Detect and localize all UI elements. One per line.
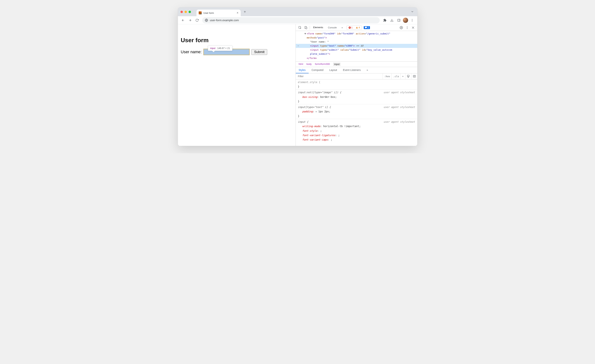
favicon-icon — [199, 11, 202, 14]
tab-computed[interactable]: Computed — [309, 67, 326, 73]
inspect-tooltip: input 146.67 × 21 — [208, 45, 232, 51]
dom-line[interactable]: plete_submit"> — [296, 52, 417, 56]
css-rule[interactable]: element.style { } — [296, 79, 417, 90]
svg-rect-12 — [306, 27, 307, 29]
browser-tab[interactable]: User form × — [197, 10, 241, 16]
window-controls — [180, 11, 191, 13]
device-toolbar-icon[interactable] — [303, 25, 309, 30]
globe-icon — [205, 19, 208, 22]
dom-line[interactable]: </form> — [296, 56, 417, 60]
titlebar: User form × + — [178, 7, 417, 16]
svg-point-17 — [407, 26, 407, 27]
dom-text-node[interactable]: "User name: " — [296, 40, 417, 44]
styles-tabbar: Styles Computed Layout Event Listeners » — [296, 67, 417, 73]
dom-breadcrumb: html body form#form300 input — [296, 62, 417, 67]
breadcrumb-item[interactable]: html — [299, 63, 303, 66]
svg-point-8 — [412, 20, 412, 21]
browser-window: User form × + user-form.example.com — [178, 7, 417, 146]
error-count: 1 — [347, 26, 354, 29]
styles-toolbar: :hov .cls + — [296, 73, 417, 79]
toggle-sidebar-icon[interactable] — [411, 73, 417, 79]
tabs-dropdown-icon[interactable] — [411, 10, 414, 14]
forward-button[interactable] — [187, 17, 193, 23]
content-area: User form User name: Submit input 146.67… — [178, 24, 417, 146]
svg-point-16 — [401, 27, 402, 28]
profile-avatar[interactable] — [403, 18, 408, 23]
inspect-element-icon[interactable] — [297, 25, 303, 30]
dom-line[interactable]: method="post"> — [296, 36, 417, 40]
svg-rect-15 — [357, 28, 357, 28]
maximize-window-button[interactable] — [189, 11, 191, 13]
rule-origin: user agent stylesheet — [384, 90, 415, 94]
extensions-icon[interactable] — [382, 17, 388, 23]
address-bar[interactable]: user-form.example.com — [202, 17, 380, 23]
downloads-icon[interactable] — [389, 17, 395, 23]
svg-point-7 — [412, 19, 412, 20]
dom-line[interactable]: <input type="submit" value="Submit" id="… — [296, 48, 417, 52]
issue-counts[interactable]: 1 4 — [347, 26, 362, 30]
rule-origin: user agent stylesheet — [384, 105, 415, 109]
devtools-panel: Elements Console » 1 4 2 — [296, 24, 417, 146]
svg-point-19 — [407, 28, 407, 29]
tooltip-dimensions: 146.67 × 21 — [217, 47, 230, 50]
css-rules: element.style { } user agent stylesheet … — [296, 79, 417, 146]
browser-menu-icon[interactable] — [409, 17, 415, 23]
devtools-menu-icon[interactable] — [404, 25, 410, 30]
devtools-tabbar: Elements Console » 1 4 2 — [296, 24, 417, 31]
tab-console[interactable]: Console — [326, 24, 339, 31]
new-tab-button[interactable]: + — [242, 9, 248, 14]
submit-button[interactable]: Submit — [251, 49, 267, 55]
rendered-page: User form User name: Submit input 146.67… — [178, 24, 296, 146]
css-rule[interactable]: user agent stylesheet input { writing-mo… — [296, 119, 417, 143]
svg-point-18 — [407, 27, 407, 28]
url-text: user-form.example.com — [210, 19, 239, 22]
breadcrumb-item[interactable]: form#form300 — [315, 63, 330, 66]
tab-more[interactable]: » — [339, 24, 345, 31]
user-form-row: User name: Submit — [181, 49, 293, 55]
dom-selected-node[interactable]: <input type="text" name="n300"> == $0 — [296, 44, 417, 48]
svg-rect-5 — [397, 19, 400, 21]
dom-line[interactable]: ▼<form name="form300" id="form300" actio… — [296, 32, 417, 36]
devtools-close-icon[interactable] — [410, 25, 416, 30]
back-button[interactable] — [180, 17, 186, 23]
tab-elements[interactable]: Elements — [311, 24, 326, 31]
rule-origin: user agent stylesheet — [384, 120, 415, 124]
breadcrumb-item[interactable]: body — [306, 63, 312, 66]
tab-styles-more[interactable]: » — [364, 67, 371, 73]
reload-button[interactable] — [194, 17, 200, 23]
minimize-window-button[interactable] — [184, 11, 187, 13]
close-window-button[interactable] — [180, 11, 183, 13]
svg-rect-22 — [407, 75, 409, 77]
tab-title: User form — [204, 12, 214, 14]
close-tab-icon[interactable]: × — [237, 11, 238, 14]
cls-toggle[interactable]: .cls — [391, 73, 400, 79]
breadcrumb-item-selected[interactable]: input — [333, 63, 340, 66]
side-panel-icon[interactable] — [396, 17, 402, 23]
info-count[interactable]: 2 — [364, 26, 370, 29]
tab-styles[interactable]: Styles — [296, 67, 309, 73]
svg-rect-14 — [357, 27, 357, 28]
svg-point-9 — [412, 21, 412, 21]
css-rule[interactable]: user agent stylesheet input[type="text" … — [296, 104, 417, 119]
css-rule[interactable]: user agent stylesheet input:not([type="i… — [296, 90, 417, 104]
hov-toggle[interactable]: :hov — [383, 73, 391, 79]
username-label: User name: — [181, 50, 202, 54]
tab-event-listeners[interactable]: Event Listeners — [340, 67, 364, 73]
devtools-settings-icon[interactable] — [398, 25, 404, 30]
tooltip-element: input — [210, 47, 215, 50]
svg-rect-23 — [408, 77, 409, 77]
device-styles-icon[interactable] — [405, 73, 411, 79]
dom-tree[interactable]: ▼<form name="form300" id="form300" actio… — [296, 31, 417, 62]
page-heading: User form — [181, 37, 293, 44]
tab-layout[interactable]: Layout — [326, 67, 340, 73]
browser-toolbar: user-form.example.com — [178, 16, 417, 24]
warning-count: 4 — [355, 26, 361, 29]
new-rule-button[interactable]: + — [401, 73, 405, 79]
styles-filter-input[interactable] — [296, 75, 383, 78]
